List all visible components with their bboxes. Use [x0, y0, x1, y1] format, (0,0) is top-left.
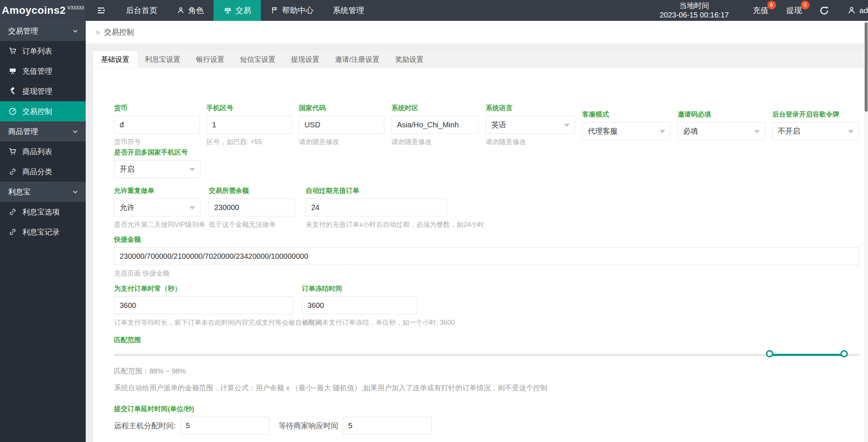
refresh-button[interactable] — [811, 6, 837, 16]
nav-item-roles[interactable]: 角色 — [167, 0, 214, 21]
chevron-down-icon — [564, 124, 570, 127]
gavel-icon — [8, 87, 18, 96]
local-time-label: 当地时间 — [660, 1, 729, 10]
flag-icon — [271, 6, 279, 15]
sidebar-group-trade[interactable]: 交易管理 — [0, 21, 86, 41]
pay-timeout-input[interactable] — [114, 296, 293, 314]
tab-sms[interactable]: 短信宝设置 — [232, 51, 283, 67]
page-title: 交易控制 — [104, 27, 134, 37]
slider-handle-max[interactable] — [840, 350, 848, 357]
phone-code-input[interactable] — [206, 116, 292, 134]
country-code-input[interactable] — [299, 116, 384, 134]
match-range-slider — [114, 350, 859, 360]
sidebar-item-recharge-mgmt[interactable]: 充值管理 — [0, 61, 86, 81]
avatar-icon — [847, 6, 856, 15]
settings-tabs: 基础设置 利息宝设置 银行设置 短信宝设置 提现设置 邀请/注册设置 奖励设置 — [93, 51, 864, 68]
tab-basic[interactable]: 基础设置 — [93, 51, 137, 67]
nav-item-trade[interactable]: 交易 — [214, 0, 261, 21]
field-timezone: 系统时区 请勿随意修改 — [391, 104, 479, 146]
app-logo[interactable]: Amoycoins2 V33333 — [0, 0, 86, 21]
cart-icon — [8, 47, 18, 55]
sidebar-item-lixibao-records[interactable]: 利息宝记录 — [0, 222, 86, 242]
tab-reward[interactable]: 奖励设置 — [387, 51, 431, 67]
field-language: 系统语言 英语 请勿随意修改 — [486, 104, 575, 146]
field-country-code: 国家代码 请勿随意修改 — [299, 104, 384, 146]
app-version: V33333 — [67, 5, 84, 10]
sidebar-item-product-category[interactable]: 商品分类 — [0, 162, 86, 182]
local-time: 当地时间 2023-06-15 00:16:17 — [660, 1, 729, 20]
field-order-delay: 提交订单延时时间(单位/秒) 远程主机分配时间: 等待商家响应时间 时间由2部分… — [114, 404, 859, 442]
nav-item-help[interactable]: 帮助中心 — [261, 0, 323, 21]
sidebar-item-withdraw-mgmt[interactable]: 提现管理 — [0, 81, 86, 101]
sidebar-toggle-button[interactable] — [88, 0, 114, 21]
remote-time-input[interactable] — [180, 417, 269, 435]
slider-fill — [770, 354, 844, 356]
auto-expire-input[interactable] — [306, 198, 447, 216]
timezone-input[interactable] — [391, 116, 479, 134]
link-icon — [8, 228, 18, 236]
chevron-down-icon — [659, 130, 665, 133]
field-phone-code: 手机区号 区号，如巴西: +55 — [206, 104, 292, 146]
field-freeze-time: 订单冻结时间 长时间未支付订单冻结，单位秒，如一个小时: 3600 — [302, 284, 417, 327]
nav-item-system[interactable]: 系统管理 — [323, 0, 374, 21]
wait-time-input[interactable] — [343, 417, 432, 435]
scales-icon — [223, 6, 232, 15]
language-select[interactable]: 英语 — [486, 116, 575, 134]
repeat-order-select[interactable]: 允许 — [114, 198, 201, 216]
quick-amount-input[interactable] — [114, 247, 859, 265]
tab-lixibao[interactable]: 利息宝设置 — [137, 51, 188, 67]
sidebar-item-order-list[interactable]: 订单列表 — [0, 41, 86, 61]
freeze-time-input[interactable] — [302, 296, 417, 314]
recharge-badge: 6 — [767, 1, 776, 9]
chevron-down-icon — [71, 187, 80, 196]
chevron-down-icon — [189, 168, 195, 171]
field-trade-balance: 交易所需余额 低于这个金额无法做单 — [209, 186, 295, 229]
hamburger-icon — [96, 6, 106, 15]
currency-input[interactable] — [114, 116, 199, 134]
wait-time-label: 等待商家响应时间 — [279, 421, 338, 431]
multi-country-select[interactable]: 开启 — [114, 160, 201, 178]
basic-settings-form: 货币 货币符号 手机区号 区号，如巴西: +55 国家代码 请勿随意修改 — [93, 68, 864, 442]
cart-icon — [8, 147, 18, 156]
gauge-icon — [8, 107, 18, 116]
breadcrumb: » 交易控制 — [86, 21, 864, 44]
tab-bank[interactable]: 银行设置 — [188, 51, 232, 67]
field-auto-expire: 自动过期充值订单 未支付的充值订单x小时后自动过期，必须为整数，如24小时 — [306, 186, 447, 229]
sidebar-item-product-list[interactable]: 商品列表 — [0, 141, 86, 162]
tab-invite-register[interactable]: 邀请/注册设置 — [327, 51, 387, 67]
breadcrumb-arrow: » — [95, 28, 100, 37]
service-mode-select[interactable]: 代理客服 — [582, 122, 670, 140]
field-pay-timeout: 为支付订单时常（秒） 订单支付等待时长，新下订单未在此时间内容完成支付将会被自动… — [114, 284, 293, 327]
slider-track[interactable] — [114, 354, 859, 356]
sidebar-item-lixibao-options[interactable]: 利息宝选项 — [0, 202, 86, 222]
field-multi-country: 是否开启多国家手机区号 开启 — [114, 148, 201, 178]
main-area: » 交易控制 基础设置 利息宝设置 银行设置 短信宝设置 提现设置 邀请/注册设… — [86, 21, 864, 442]
chevron-down-icon — [71, 127, 80, 136]
chevron-down-icon — [754, 130, 760, 133]
slider-handle-min[interactable] — [766, 350, 773, 357]
invite-required-select[interactable]: 必填 — [678, 122, 765, 140]
sidebar-group-products[interactable]: 商品管理 — [0, 121, 86, 141]
field-service-mode: 客服模式 代理客服 — [582, 110, 670, 146]
nav-item-home[interactable]: 后台首页 — [116, 0, 167, 21]
withdraw-notice-button[interactable]: 提现 0 — [777, 0, 811, 21]
user-menu[interactable]: ad — [837, 6, 868, 15]
sidebar-group-lixibao[interactable]: 利息宝 — [0, 182, 86, 202]
tab-withdraw[interactable]: 提现设置 — [283, 51, 327, 67]
match-range-value: 匹配范围：88% ~ 98% — [114, 366, 859, 376]
recharge-notice-button[interactable]: 充值 6 — [744, 0, 777, 21]
field-currency: 货币 货币符号 — [114, 104, 199, 146]
sidebar-item-trade-control[interactable]: 交易控制 — [0, 101, 86, 121]
scrollbar-thumb[interactable] — [865, 22, 868, 112]
field-invite-required: 邀请码必填 必填 — [678, 110, 765, 146]
local-time-value: 2023-06-15 00:16:17 — [660, 10, 729, 20]
username: ad — [859, 6, 868, 15]
trade-balance-input[interactable] — [209, 198, 295, 216]
google-token-select[interactable]: 不开启 — [772, 122, 859, 140]
app-title: Amoycoins2 — [2, 4, 66, 16]
presentation-board-icon — [8, 67, 18, 76]
remote-time-label: 远程主机分配时间: — [114, 421, 176, 431]
settings-card: 基础设置 利息宝设置 银行设置 短信宝设置 提现设置 邀请/注册设置 奖励设置 … — [93, 51, 864, 442]
field-repeat-order: 允许重复做单 允许 是否允许第二天做同VIP级别单 — [114, 186, 201, 229]
content: 基础设置 利息宝设置 银行设置 短信宝设置 提现设置 邀请/注册设置 奖励设置 … — [86, 44, 864, 442]
